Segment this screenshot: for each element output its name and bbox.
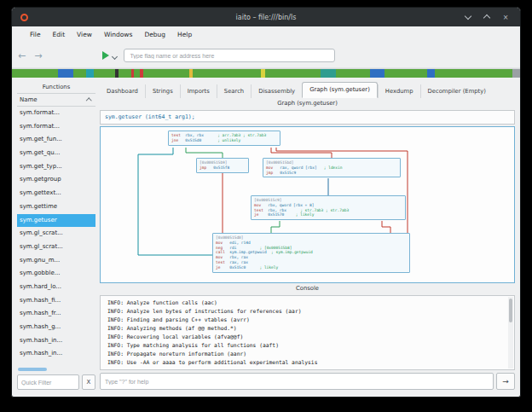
functions-panel-title[interactable]: Functions	[17, 82, 95, 93]
console-panel-title[interactable]: Console	[100, 283, 515, 294]
tab-graph-sym-getuser-[interactable]: Graph (sym.getuser)	[302, 82, 378, 98]
tab-hexdump[interactable]: Hexdump	[378, 84, 420, 98]
maximize-icon[interactable]	[483, 13, 491, 21]
titlebar[interactable]: iaito – file:///bin/ls ×	[12, 8, 520, 26]
seek-segment[interactable]	[94, 69, 115, 78]
function-item[interactable]: sym.format...	[17, 120, 95, 134]
function-item[interactable]: sym.hash_in...	[17, 347, 95, 361]
function-item[interactable]: sym.gl_scrat...	[17, 227, 95, 241]
tab-decompiler-empty-[interactable]: Decompiler (Empty)	[420, 84, 493, 98]
seek-segment[interactable]	[385, 69, 428, 78]
seek-segment[interactable]	[435, 69, 512, 78]
continue-icon[interactable]	[102, 51, 109, 60]
window-title: iaito – file:///bin/ls	[12, 14, 520, 21]
seek-segment[interactable]	[193, 69, 261, 78]
seek-segment[interactable]	[512, 69, 520, 78]
function-item[interactable]: sym.get_fun...	[17, 133, 95, 147]
console-input[interactable]	[100, 373, 494, 390]
seek-segment[interactable]	[58, 69, 73, 78]
menu-windows[interactable]: Windows	[98, 26, 138, 44]
main-panel: DashboardStringsImportsSearchDisassembly…	[100, 82, 515, 390]
console-line: INFO: Analyzing methods (af @@ method.*)	[107, 324, 506, 333]
menu-debug[interactable]: Debug	[138, 26, 171, 44]
console-output[interactable]: INFO: Analyze function calls (aac)INFO: …	[100, 295, 515, 370]
function-item[interactable]: sym.hash_in...	[17, 334, 95, 348]
toolbar: ← →	[12, 44, 520, 68]
clear-filter-button[interactable]: X	[82, 374, 95, 390]
forward-icon[interactable]: →	[32, 50, 44, 61]
seek-segment[interactable]	[73, 69, 86, 78]
seek-segment[interactable]	[12, 69, 58, 78]
menu-help[interactable]: Help	[171, 26, 198, 44]
function-item[interactable]: sym.get_qu...	[17, 147, 95, 160]
console-line: INFO: Type matching analysis for all fun…	[107, 341, 506, 350]
seek-segment[interactable]	[321, 69, 336, 78]
app-window: iaito – file:///bin/ls × FileEditViewWin…	[11, 7, 521, 397]
basic-block[interactable]: [0x000515bd]mov rax, qword [rbx] ; ldexi…	[263, 158, 401, 177]
console-line: INFO: Recovering local variables (afva@@…	[107, 333, 506, 341]
graph-view[interactable]: test rbx, rbx ; arr.7ab3 ; str.7ab3jne 0…	[100, 126, 515, 283]
seek-segment[interactable]	[119, 69, 131, 78]
function-item[interactable]: sym.hard_lo...	[17, 281, 95, 294]
console-input-row: →	[100, 373, 515, 390]
menu-view[interactable]: View	[71, 26, 98, 44]
hscrollbar-thumb[interactable]	[18, 368, 47, 371]
seek-segment[interactable]	[336, 69, 370, 78]
basic-block[interactable]: [0x000515c9]mov rbx, qword [rbx + 8]test…	[251, 195, 406, 220]
seek-segment[interactable]	[427, 69, 435, 78]
shade-icon[interactable]	[464, 13, 472, 21]
function-item[interactable]: sym.gettime	[17, 200, 95, 214]
functions-header-label: Name	[20, 96, 38, 103]
window-controls: ×	[464, 13, 520, 21]
menu-file[interactable]: File	[24, 26, 47, 44]
menu-edit[interactable]: Edit	[47, 26, 72, 44]
seek-segment[interactable]	[143, 69, 189, 78]
basic-block[interactable]: test rbx, rbx ; arr.7ab3 ; str.7ab3jne 0…	[168, 131, 280, 146]
back-icon[interactable]: ←	[15, 50, 28, 61]
graph-panel-title[interactable]: Graph (sym.getuser)	[100, 98, 515, 109]
function-signature: sym.getuser (int64_t arg1);	[100, 110, 515, 125]
basic-block[interactable]: [0x000515d0]mov edi, r14dneg rdi ; [0x00…	[212, 233, 410, 273]
function-item[interactable]: sym.get_typ...	[17, 160, 95, 174]
seek-segment[interactable]	[134, 69, 140, 78]
function-item[interactable]: sym.gettext...	[17, 187, 95, 200]
tabbar: DashboardStringsImportsSearchDisassembly…	[100, 82, 515, 98]
tab-imports[interactable]: Imports	[180, 84, 217, 98]
console-send-button[interactable]: →	[496, 373, 515, 390]
seekbar[interactable]	[12, 68, 520, 78]
sort-ascending-icon	[86, 98, 91, 103]
function-item[interactable]: sym.format...	[17, 107, 95, 120]
tab-dashboard[interactable]: Dashboard	[100, 84, 145, 98]
seek-segment[interactable]	[86, 69, 94, 78]
console-line: INFO: Analyze len bytes of instructions …	[107, 307, 506, 316]
function-item[interactable]: sym.hash_g...	[17, 321, 95, 334]
tab-disassembly[interactable]: Disassembly	[251, 84, 302, 98]
basic-block[interactable]: [0x000515b9]jmp 0x515f8	[196, 158, 249, 173]
console-line: INFO: Propagate noreturn information (aa…	[107, 350, 506, 358]
menubar: FileEditViewWindowsDebugHelp	[12, 26, 520, 44]
seek-segment[interactable]	[370, 69, 384, 78]
main-content: Functions Name sym.format...sym.format..…	[12, 78, 520, 397]
tab-search[interactable]: Search	[217, 84, 251, 98]
tab-strings[interactable]: Strings	[145, 84, 180, 98]
quick-filter-row: X	[17, 374, 95, 390]
console-line: INFO: Analyze function calls (aac)	[107, 299, 506, 307]
play-menu-chevron-icon[interactable]	[112, 53, 118, 59]
function-item[interactable]: sym.getuser	[17, 214, 95, 228]
function-item[interactable]: sym.getgroup	[17, 173, 95, 187]
functions-column-header[interactable]: Name	[17, 93, 95, 107]
function-item[interactable]: sym.gnu_m...	[17, 254, 95, 268]
function-item[interactable]: sym.gobble...	[17, 267, 95, 281]
console-line: INFO: Finding and parsing C++ vtables (a…	[107, 316, 506, 324]
seek-segment[interactable]	[265, 69, 321, 78]
function-item[interactable]: sym.hash_fi...	[17, 294, 95, 308]
function-item[interactable]: sym.gl_scrat...	[17, 241, 95, 254]
vscrollbar-thumb[interactable]	[509, 299, 512, 322]
functions-hscrollbar[interactable]	[18, 368, 95, 371]
function-item[interactable]: sym.hash_fr...	[17, 307, 95, 321]
console-vscrollbar[interactable]	[508, 297, 513, 368]
functions-panel: Functions Name sym.format...sym.format..…	[17, 82, 95, 390]
close-icon[interactable]: ×	[501, 13, 510, 21]
address-input[interactable]	[124, 49, 335, 62]
quick-filter-input[interactable]	[17, 374, 79, 390]
